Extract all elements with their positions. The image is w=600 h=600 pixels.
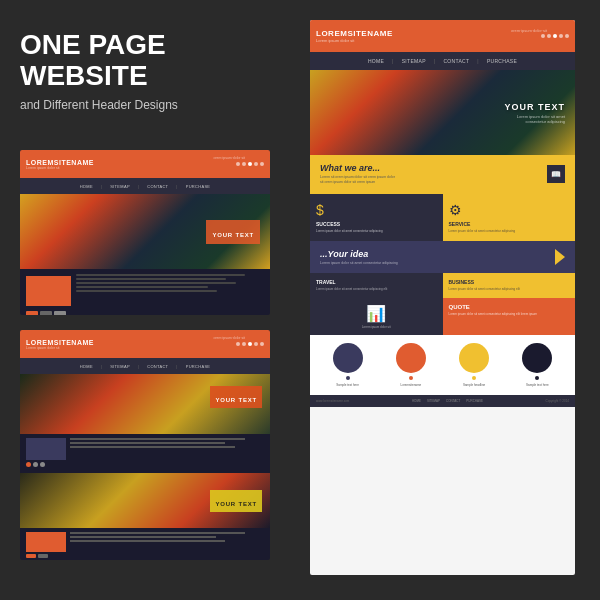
sm1-nav-contact[interactable]: CONTACT <box>147 184 168 189</box>
wwa-title: What we are... <box>320 163 395 173</box>
sm1-nav-purchase[interactable]: PURCHASE <box>186 184 211 189</box>
lg-dot3 <box>553 34 557 38</box>
wwa-text-area: What we are... Lorem sit orem ipsum dolo… <box>320 163 395 186</box>
sm2-line2 <box>70 442 225 444</box>
lg-site-sub: Lorem ipsum dolor sit <box>316 38 393 43</box>
lg-dot4 <box>559 34 563 38</box>
arrow-right-icon <box>555 249 565 265</box>
sm1-nav-home[interactable]: HOME <box>80 184 93 189</box>
dot5 <box>260 162 264 166</box>
sm2-cdot3 <box>40 462 45 467</box>
lg-brand: LOREMSITENAME Lorem ipsum dolor sit <box>316 29 393 43</box>
success-title: Success <box>316 221 340 227</box>
footer-home[interactable]: HOME <box>412 399 421 403</box>
lg-hero: YOUR TEXT Lorem ipsum dolor sit amet con… <box>310 70 575 155</box>
lg-dot5 <box>565 34 569 38</box>
sm1-btn3[interactable] <box>54 311 66 315</box>
sm2-box1 <box>26 438 66 460</box>
sm2-nav-home[interactable]: HOME <box>80 364 93 369</box>
sm1-nav: HOME | SITEMAP | CONTACT | PURCHASE <box>20 178 270 194</box>
sm1-hero-area: YOUR TEXT <box>20 194 270 269</box>
quote-section: Quote Lorem ipsum dolor sit amet consect… <box>443 298 576 335</box>
lg-nav-sitemap[interactable]: SITEMAP <box>402 58 426 64</box>
dot3 <box>248 162 252 166</box>
idea-subtext: Lorem ipsum dolor sit amet consectetur a… <box>320 261 398 265</box>
circle-label-2: Loremsitename <box>401 383 422 387</box>
circle-3 <box>459 343 489 373</box>
quote-title: Quote <box>449 304 570 310</box>
sm2-nav: HOME | SITEMAP | CONTACT | PURCHASE <box>20 358 270 374</box>
sm2-bline3 <box>70 540 225 542</box>
sm2-dot4 <box>254 342 258 346</box>
chart-icon: 📊 <box>366 304 386 323</box>
sm2-nav-sitemap[interactable]: SITEMAP <box>110 364 130 369</box>
services-grid: $ Success Lorem ipsum dolor sit amet con… <box>310 194 575 242</box>
travel-desc: Lorem ipsum dolor sit amet consectetur a… <box>316 287 437 292</box>
lg-nav: HOME | SITEMAP | CONTACT | PURCHASE <box>310 52 575 70</box>
sm2-nav-purchase[interactable]: PURCHASE <box>186 364 211 369</box>
circle-dot-4 <box>535 376 539 380</box>
what-we-are-section: What we are... Lorem sit orem ipsum dolo… <box>310 155 575 194</box>
sm1-nav-sitemap[interactable]: SITEMAP <box>110 184 130 189</box>
sm2-your-text-1: YOUR TEXT <box>215 397 257 403</box>
service-success: $ Success Lorem ipsum dolor sit amet con… <box>310 194 443 242</box>
sm2-bl-col <box>26 532 66 558</box>
page-title-area: ONE PAGE WEBSITE and Different Header De… <box>20 30 280 112</box>
sm2-cdot2 <box>33 462 38 467</box>
sm1-orange-box <box>26 276 71 306</box>
sm2-nav-contact[interactable]: CONTACT <box>147 364 168 369</box>
sm2-cdot1 <box>26 462 31 467</box>
sm2-text-bl <box>70 532 264 558</box>
sm2-dot2 <box>242 342 246 346</box>
sm1-header: LOREMSITENAME Lorem ipsum dolor sit orem… <box>20 150 270 178</box>
chart-desc: Lorem ipsum dolor sit <box>362 325 391 329</box>
footer-left: www.loremsitename.com <box>316 399 349 403</box>
wwa-icon-box: 📖 <box>547 165 565 183</box>
circle-item-2: Loremsitename <box>396 343 426 387</box>
bottom-grid: Travel Lorem ipsum dolor sit amet consec… <box>310 273 575 298</box>
sm2-bline1 <box>70 532 245 534</box>
footer-purchase[interactable]: PURCHASE <box>466 399 483 403</box>
cell-travel: Travel Lorem ipsum dolor sit amet consec… <box>310 273 443 298</box>
dot1 <box>236 162 240 166</box>
book-icon: 📖 <box>551 170 561 179</box>
mockup-small-1: LOREMSITENAME Lorem ipsum dolor sit orem… <box>20 150 270 315</box>
lg-nav-contact[interactable]: CONTACT <box>443 58 469 64</box>
lg-header-dots <box>541 34 569 38</box>
sm2-sbtn1[interactable] <box>26 554 36 558</box>
quote-text: Lorem ipsum dolor sit amet consectetur a… <box>449 312 570 317</box>
footer-sitemap[interactable]: SITEMAP <box>427 399 440 403</box>
main-title: ONE PAGE WEBSITE <box>20 30 280 92</box>
lg-nav-purchase[interactable]: PURCHASE <box>487 58 517 64</box>
footer-copyright: Copyright © 2014 <box>546 399 569 403</box>
sm1-line2 <box>76 278 226 280</box>
circle-item-1: Sample text here <box>333 343 363 387</box>
sm2-dots-row <box>26 462 66 467</box>
sm2-btn-row <box>26 554 66 558</box>
circle-label-3: Sample headline <box>463 383 485 387</box>
gear-icon: ⚙ <box>449 202 462 218</box>
sm1-line3 <box>76 282 236 284</box>
lg-nav-home[interactable]: HOME <box>368 58 384 64</box>
business-title: Business <box>449 279 570 285</box>
sm1-btn2[interactable] <box>40 311 52 315</box>
sm2-text-right <box>70 438 264 467</box>
lg-site-name: LOREMSITENAME <box>316 29 393 38</box>
sm1-btn1[interactable] <box>26 311 38 315</box>
sm2-sbtn2[interactable] <box>38 554 48 558</box>
sm2-your-text-2: YOUR TEXT <box>215 501 257 507</box>
sm1-site-name: LOREMSITENAME <box>26 159 94 166</box>
sm1-line4 <box>76 286 208 288</box>
sm2-text-box2: YOUR TEXT <box>210 490 262 512</box>
sm2-contact: orem·ipsum·dolor·sit <box>213 336 245 340</box>
sm2-content-top <box>20 434 270 471</box>
circle-dot-1 <box>346 376 350 380</box>
sm1-hero-textbox: YOUR TEXT <box>206 220 260 244</box>
sm1-content <box>20 269 270 315</box>
circle-label-4: Sample text here <box>526 383 549 387</box>
circle-item-3: Sample headline <box>459 343 489 387</box>
circle-dot-2 <box>409 376 413 380</box>
footer-contact[interactable]: CONTACT <box>446 399 460 403</box>
circle-2 <box>396 343 426 373</box>
sm2-site-name: LOREMSITENAME <box>26 339 94 346</box>
